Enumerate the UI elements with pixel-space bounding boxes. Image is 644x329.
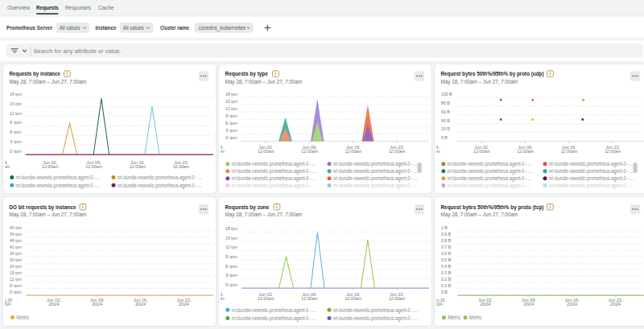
svg-text:2024: 2024 — [481, 302, 492, 306]
svg-text:12:00am: 12:00am — [301, 150, 318, 154]
svg-text:6 rpm: 6 rpm — [10, 283, 22, 288]
svg-text:May 28, 7:00am – Jun 27, 7:00a: May 28, 7:00am – Jun 27, 7:00am — [441, 78, 518, 85]
svg-text:Requests by instance: Requests by instance — [10, 70, 61, 77]
svg-text:42 rpm: 42 rpm — [10, 245, 22, 249]
svg-text:May 28, 7:00am – Jun 27, 7:00a: May 28, 7:00am – Jun 27, 7:00am — [225, 78, 303, 85]
svg-text:im: im — [221, 297, 225, 301]
svg-text:20 B: 20 B — [441, 126, 450, 131]
svg-text:12:00am: 12:00am — [258, 297, 275, 301]
svg-text:18 rpm: 18 rpm — [10, 270, 22, 275]
svg-text:36 rpm: 36 rpm — [10, 251, 22, 256]
svg-text:12 rpm: 12 rpm — [10, 111, 22, 116]
svg-text:im: im — [436, 150, 440, 154]
svg-text:Instance: Instance — [96, 25, 117, 31]
svg-text:0 B: 0 B — [441, 135, 448, 140]
svg-text:12 rpm: 12 rpm — [225, 106, 237, 111]
svg-text:0.5 B: 0.5 B — [441, 257, 452, 262]
svg-text:nri-bundle-newrelic-prometheus: nri-bundle-newrelic-prometheus-agent-0 -… — [333, 183, 418, 189]
svg-text:3 rpm: 3 rpm — [225, 128, 237, 133]
svg-text:nri-bundle-newrelic-prometheus: nri-bundle-newrelic-prometheus-agent-0 -… — [549, 161, 634, 167]
svg-text:2024: 2024 — [567, 302, 578, 306]
svg-text:0.4 B: 0.4 B — [441, 264, 452, 269]
svg-text:12:00am: 12:00am — [130, 165, 147, 169]
svg-text:0 B: 0 B — [441, 290, 448, 294]
svg-text:nri-bundle-newrelic-prometheus: nri-bundle-newrelic-prometheus-agent-0 -… — [549, 183, 634, 189]
svg-text:Responses: Responses — [65, 5, 92, 11]
svg-text:Request bytes 50th%/95th% by p: Request bytes 50th%/95th% by proto (udp) — [441, 70, 545, 77]
svg-text:nri-bundle-newrelic-prometheus: nri-bundle-newrelic-prometheus-agent-0 -… — [232, 168, 316, 175]
svg-text:12:00am: 12:00am — [42, 165, 59, 169]
svg-text:2024: 2024 — [179, 302, 190, 306]
svg-text:0.6 B: 0.6 B — [441, 251, 452, 256]
svg-text:im: im — [221, 150, 225, 154]
svg-text:Requests by type: Requests by type — [225, 70, 268, 77]
svg-text:024: 024 — [5, 302, 11, 306]
svg-text:Cache: Cache — [98, 5, 114, 10]
svg-text:Metric: Metric — [16, 315, 30, 320]
svg-text:coredns_kubernetes: coredns_kubernetes — [199, 25, 246, 31]
svg-text:Metric: Metric — [448, 315, 461, 320]
svg-text:Search for any attribute or va: Search for any attribute or value. — [34, 48, 122, 55]
svg-text:Requests by zone: Requests by zone — [225, 204, 270, 211]
svg-text:18 rpm: 18 rpm — [225, 92, 237, 97]
svg-text:40 B: 40 B — [441, 118, 450, 123]
svg-text:12:00am: 12:00am — [173, 165, 190, 169]
svg-text:6 rpm: 6 rpm — [225, 121, 237, 125]
svg-text:nri-bundle-newrelic-prometheus: nri-bundle-newrelic-prometheus-agent-0 -… — [232, 307, 316, 314]
svg-text:nri-bundle-newrelic-prometheus: nri-bundle-newrelic-prometheus-agent-0 -… — [448, 168, 532, 175]
svg-text:2024: 2024 — [92, 302, 103, 306]
svg-text:48 rpm: 48 rpm — [10, 238, 22, 243]
svg-text:12 rpm: 12 rpm — [10, 277, 22, 282]
svg-text:12:00am: 12:00am — [517, 150, 534, 154]
svg-text:Prometheus Server: Prometheus Server — [6, 25, 53, 31]
svg-text:0 rpm: 0 rpm — [10, 149, 22, 154]
svg-text:nri-bundle-newrelic-prometheus: nri-bundle-newrelic-prometheus-agent-0 -… — [549, 175, 634, 182]
svg-text:All values: All values — [123, 25, 144, 31]
svg-text:nri-bundle-newrelic-prometheus: nri-bundle-newrelic-prometheus-agent-0 -… — [118, 175, 202, 181]
svg-text:nri-bundle-newrelic-prometheus: nri-bundle-newrelic-prometheus-agent-0 -… — [232, 175, 316, 182]
svg-text:Requests: Requests — [36, 5, 59, 11]
svg-text:60 B: 60 B — [441, 109, 450, 114]
svg-text:60 rpm: 60 rpm — [10, 225, 22, 230]
svg-text:6 rpm: 6 rpm — [225, 264, 237, 269]
svg-text:0.1 B: 0.1 B — [441, 283, 452, 288]
svg-text:9 rpm: 9 rpm — [225, 113, 237, 118]
svg-text:12:00am: 12:00am — [389, 297, 406, 301]
svg-text:am: am — [5, 165, 10, 169]
svg-text:nri-bundle-newrelic-prometheus: nri-bundle-newrelic-prometheus-agent-0 -… — [448, 175, 532, 182]
svg-text:2024: 2024 — [135, 302, 147, 306]
svg-text:nri-bundle-newrelic-prometheus: nri-bundle-newrelic-prometheus-agent-0 -… — [333, 168, 418, 175]
svg-text:2024: 2024 — [523, 302, 535, 306]
svg-text:nri-bundle-newrelic-prometheus: nri-bundle-newrelic-prometheus-agent-0 -… — [333, 175, 418, 182]
svg-text:nri-bundle-newrelic-prometheus: nri-bundle-newrelic-prometheus-agent-0 -… — [232, 183, 316, 189]
svg-text:3 rpm: 3 rpm — [10, 139, 22, 144]
svg-text:1 B: 1 B — [441, 225, 448, 230]
svg-text:12:00am: 12:00am — [301, 297, 318, 301]
svg-text:Metric: Metric — [469, 315, 483, 320]
svg-text:12 rpm: 12 rpm — [225, 245, 237, 249]
svg-text:100 B: 100 B — [441, 92, 452, 97]
svg-text:0 rpm: 0 rpm — [10, 290, 22, 294]
svg-text:0 rpm: 0 rpm — [225, 282, 237, 287]
svg-text:nri-bundle-newrelic-prometheus: nri-bundle-newrelic-prometheus-agent-0 -… — [448, 161, 532, 167]
svg-text:nri-bundle-newrelic-prometheus: nri-bundle-newrelic-prometheus-agent-0 -… — [16, 175, 101, 181]
svg-text:DO bit requests by instance: DO bit requests by instance — [10, 204, 76, 211]
svg-text:12:00am: 12:00am — [389, 150, 406, 154]
svg-text:18 rpm: 18 rpm — [225, 226, 237, 231]
svg-text:nri-bundle-newrelic-prometheus: nri-bundle-newrelic-prometheus-agent-0 -… — [333, 307, 418, 314]
svg-text:15 rpm: 15 rpm — [10, 101, 22, 106]
svg-text:nri-bundle-newrelic-prometheus: nri-bundle-newrelic-prometheus-agent-0 -… — [232, 161, 316, 167]
svg-text:nri-bundle-newrelic-prometheus: nri-bundle-newrelic-prometheus-agent-0 -… — [16, 183, 101, 189]
svg-text:May 28, 7:00am – Jun 27, 7:00a: May 28, 7:00am – Jun 27, 7:00am — [441, 211, 518, 218]
svg-text:Request bytes 50th%/95th% by p: Request bytes 50th%/95th% by proto (tcp) — [441, 204, 545, 211]
svg-text:May 28, 7:00am – Jun 27, 7:00a: May 28, 7:00am – Jun 27, 7:00am — [10, 211, 87, 218]
svg-text:12:00am: 12:00am — [85, 165, 102, 169]
svg-text:15 rpm: 15 rpm — [225, 99, 237, 104]
svg-text:12:00am: 12:00am — [561, 150, 578, 154]
svg-text:Cluster name: Cluster name — [160, 25, 189, 31]
svg-text:0.2 B: 0.2 B — [441, 277, 452, 282]
svg-text:12:00am: 12:00am — [258, 150, 275, 154]
svg-text:nri-bundle-newrelic-prometheus: nri-bundle-newrelic-prometheus-agent-0 -… — [448, 183, 532, 189]
svg-text:2024: 2024 — [610, 302, 621, 306]
svg-text:0.3 B: 0.3 B — [441, 270, 452, 275]
